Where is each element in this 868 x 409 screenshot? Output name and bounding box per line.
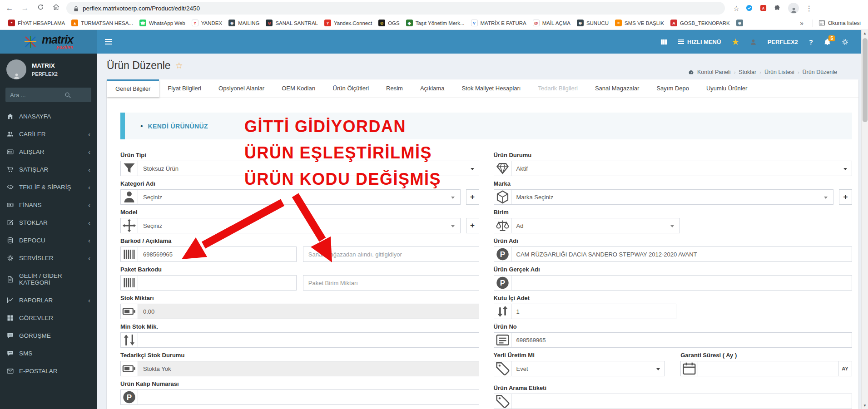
add-button[interactable]: +: [839, 189, 852, 205]
extension-check-icon[interactable]: [746, 5, 754, 12]
sidebar-item-sms[interactable]: SMS: [0, 345, 97, 362]
tab-aciklama[interactable]: Açıklama: [412, 79, 453, 97]
tab-opsiyonel-alanlar[interactable]: Opsiyonel Alanlar: [210, 79, 273, 97]
home-icon[interactable]: [51, 4, 61, 13]
select[interactable]: Marka Seçiniz: [494, 189, 834, 205]
reload-icon[interactable]: [35, 4, 45, 13]
bookmark-tasit-yonetim-merk[interactable]: ◆Taşıt Yönetim Merk...: [403, 18, 467, 28]
text-input[interactable]: [698, 361, 838, 376]
tab-sanal-magazalar[interactable]: Sanal Magazalar: [586, 79, 648, 97]
bookmark-mail-acma[interactable]: @MAİL AÇMA: [530, 18, 573, 28]
bookmark-star-icon[interactable]: ☆: [733, 4, 739, 13]
text-input[interactable]: [138, 333, 479, 347]
pdf-extension-icon[interactable]: A: [760, 5, 768, 12]
sidebar-item-satislar[interactable]: SATIŞLAR‹: [0, 161, 97, 178]
tab-tedarik-bilgileri[interactable]: Tedarik Bilgileri: [529, 79, 586, 97]
select[interactable]: Seçiniz: [120, 218, 461, 233]
bookmark-sms-ve-baslik[interactable]: ≡SMS VE BAŞLIK: [612, 18, 667, 28]
bookmark-whatsapp-web[interactable]: ☎WhatsApp Web: [137, 18, 188, 28]
help-button[interactable]: ?: [809, 38, 813, 46]
tab-resim[interactable]: Resim: [377, 79, 412, 97]
text-input[interactable]: [303, 276, 479, 290]
browser-profile-avatar[interactable]: [788, 3, 799, 14]
scrollbar-thumb[interactable]: [863, 38, 868, 122]
vertical-scrollbar[interactable]: ▲ ▼: [861, 30, 868, 409]
tab-uyumlu-urunler[interactable]: Uyumlu Ürünler: [698, 79, 756, 97]
text-input[interactable]: [138, 390, 479, 404]
text-input[interactable]: [511, 333, 852, 347]
sidebar-item-finans[interactable]: FİNANS‹: [0, 196, 97, 214]
bookmark-globe[interactable]: ⊕: [734, 18, 746, 28]
text-input[interactable]: [511, 394, 852, 409]
sidebar-item-anasayfa[interactable]: ANASAYFA: [0, 108, 97, 125]
settings-gears-icon[interactable]: [842, 39, 848, 45]
text-input[interactable]: [303, 247, 479, 261]
bookmark-ogs[interactable]: ⊙OGS: [376, 18, 402, 28]
sidebar-search-input[interactable]: Ara ...: [5, 88, 91, 102]
notifications-bell-icon[interactable]: 5: [824, 39, 831, 45]
breadcrumb-item-urun-listesi[interactable]: Ürün Listesi: [764, 69, 794, 75]
breadcrumb-item-stoklar[interactable]: Stoklar: [739, 69, 756, 75]
text-input[interactable]: [138, 276, 296, 290]
sidebar-item-gorevler[interactable]: GÖREVLER: [0, 309, 97, 327]
scroll-up-icon[interactable]: ▲: [862, 30, 868, 37]
extensions-puzzle-icon[interactable]: [774, 5, 782, 12]
tab-urun-olcutleri[interactable]: Ürün Ölçütleri: [324, 79, 377, 97]
url-bar[interactable]: perflex.matrixotoerp.com/Product/edit/24…: [66, 2, 725, 15]
bookmarks-overflow-icon[interactable]: »: [796, 20, 807, 27]
select[interactable]: Ad: [494, 218, 680, 233]
browser-menu-icon[interactable]: ⋮: [805, 4, 813, 13]
scroll-down-icon[interactable]: ▼: [862, 402, 868, 409]
sidebar-item-gelir-gider-kategori[interactable]: GELİR / GİDER KATEGORİ: [0, 267, 97, 291]
page-favorite-star-icon[interactable]: ☆: [175, 60, 183, 71]
bookmark-mailing[interactable]: ⊕MAILING: [226, 18, 262, 28]
sidebar-item-stoklar[interactable]: STOKLAR‹: [0, 214, 97, 232]
bookmark-yandex[interactable]: YYANDEX: [189, 18, 225, 28]
sidebar-item-raporlar[interactable]: RAPORLAR‹: [0, 291, 97, 309]
bookmark-turmatsan-hesa[interactable]: ▲TÜRMATSAN HESA...: [69, 18, 136, 28]
tab-genel-bilgiler[interactable]: Genel Bilgiler: [107, 79, 159, 97]
sidebar-item-teklif-siparis[interactable]: TEKLİF & SİPARİŞ‹: [0, 178, 97, 196]
text-input[interactable]: [511, 276, 852, 290]
tab-oem-kodlari[interactable]: OEM Kodları: [273, 79, 324, 97]
select[interactable]: Stoksuz Ürün: [120, 161, 479, 176]
app-logo[interactable]: matrix yazılım: [0, 30, 97, 54]
select[interactable]: Seçiniz: [120, 189, 461, 205]
bookmark-gosb-teknopark[interactable]: AGOSB_TEKNOPARK: [668, 18, 733, 28]
reading-list-button[interactable]: Okuma listesi: [818, 20, 863, 26]
quick-menu-button[interactable]: HIZLI MENÜ: [678, 39, 721, 45]
bookmark-yandex-connect[interactable]: YYandex.Connect: [322, 18, 375, 28]
breadcrumb-item-kontol-paneli[interactable]: Kontol Paneli: [697, 69, 731, 75]
bookmark-sanal-santral[interactable]: ⊙SANAL SANTRAL: [263, 18, 321, 28]
favorite-star-icon[interactable]: ★: [732, 37, 739, 47]
sidebar-item-servisler[interactable]: SERVİSLER‹: [0, 249, 97, 267]
bookmark-fiyat-hesaplama[interactable]: *FİYAT HESAPLAMA: [5, 18, 68, 28]
sidebar-item-cariler[interactable]: CARİLER‹: [0, 125, 97, 143]
user-avatar-icon[interactable]: [750, 39, 757, 45]
add-button[interactable]: +: [466, 189, 479, 205]
bookmark-matrix-e-fatura[interactable]: VMATRİX E FATURA: [468, 18, 529, 28]
select[interactable]: Evet: [494, 361, 665, 376]
sidebar-toggle-icon[interactable]: [97, 39, 120, 44]
text-input[interactable]: [138, 247, 296, 261]
back-icon[interactable]: ←: [5, 4, 15, 13]
tab-fiyat-bilgileri[interactable]: Fiyat Bilgileri: [159, 79, 210, 97]
tab-sayim-depo[interactable]: Sayım Depo: [648, 79, 698, 97]
sidebar-item-alislar[interactable]: ALIŞLAR‹: [0, 143, 97, 161]
select[interactable]: Aktif: [494, 161, 853, 176]
text-input[interactable]: [138, 304, 479, 319]
sidebar-item-e-postalar[interactable]: E-POSTALAR: [0, 362, 97, 380]
username-label[interactable]: PERFLEX2: [768, 39, 798, 45]
sidebar-item-depocu[interactable]: DEPOCU‹: [0, 232, 97, 249]
sidebar-item-gorusme[interactable]: GÖRÜŞME: [0, 327, 97, 345]
url-text[interactable]: perflex.matrixotoerp.com/Product/edit/24…: [83, 5, 200, 12]
text-input[interactable]: [511, 304, 676, 319]
forward-icon[interactable]: →: [20, 4, 30, 13]
add-button[interactable]: +: [466, 218, 479, 233]
bookmark-sunucu[interactable]: ⊕SUNUCU: [574, 18, 611, 28]
text-input[interactable]: [511, 247, 852, 261]
columns-view-icon[interactable]: [660, 39, 667, 45]
breadcrumb-item-urun-duzenle[interactable]: Ürün Düzenle: [803, 69, 837, 75]
text-input[interactable]: [138, 361, 479, 376]
tab-stok-maliyet-hesaplari[interactable]: Stok Maliyet Hesapları: [453, 79, 529, 97]
